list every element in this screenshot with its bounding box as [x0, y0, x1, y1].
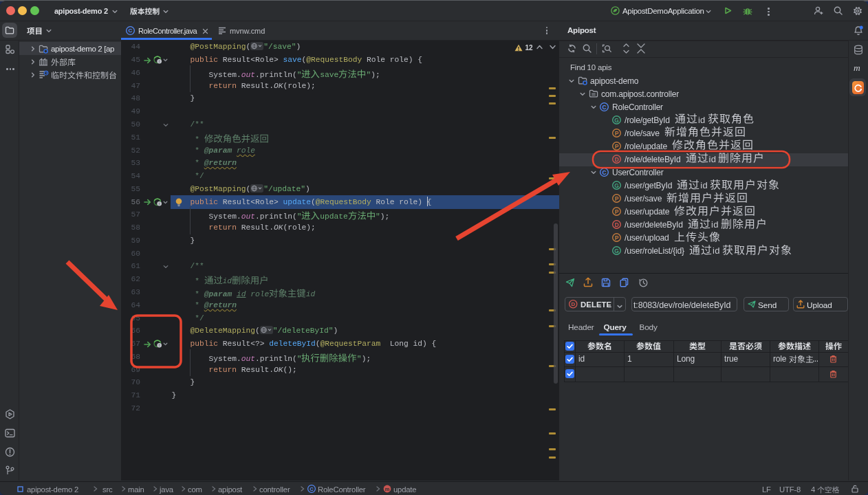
svg-text:P: P [615, 234, 619, 241]
svg-text:D: D [571, 301, 575, 307]
svg-text:C: C [310, 485, 314, 492]
svg-text:G: G [614, 182, 619, 188]
svg-text:m: m [385, 485, 390, 492]
svg-text:D: D [614, 221, 618, 228]
svg-text:D: D [614, 155, 618, 162]
svg-text:C: C [602, 103, 606, 110]
svg-text:C: C [129, 28, 133, 34]
svg-text:G: G [614, 116, 619, 123]
svg-text:P: P [615, 208, 619, 215]
svg-text:P: P [615, 195, 619, 202]
svg-text:P: P [615, 142, 619, 149]
svg-text:P: P [615, 129, 619, 136]
svg-text:C: C [602, 168, 606, 175]
svg-text:G: G [614, 248, 619, 254]
